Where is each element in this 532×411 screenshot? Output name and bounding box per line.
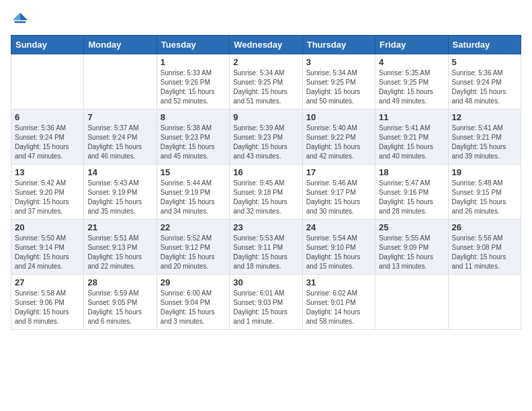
col-sunday: Sunday xyxy=(11,36,84,54)
calendar-cell: 1Sunrise: 5:33 AMSunset: 9:26 PMDaylight… xyxy=(157,54,229,109)
calendar-cell: 23Sunrise: 5:53 AMSunset: 9:11 PMDayligh… xyxy=(230,220,302,275)
calendar-cell: 10Sunrise: 5:40 AMSunset: 9:22 PMDayligh… xyxy=(302,109,375,165)
day-number: 7 xyxy=(87,112,152,122)
day-number: 25 xyxy=(379,222,444,232)
day-info: Sunrise: 5:45 AMSunset: 9:18 PMDaylight:… xyxy=(233,179,298,216)
day-info: Sunrise: 5:47 AMSunset: 9:16 PMDaylight:… xyxy=(379,179,444,216)
day-number: 3 xyxy=(306,57,371,67)
calendar-cell: 6Sunrise: 5:36 AMSunset: 9:24 PMDaylight… xyxy=(11,109,84,165)
calendar-cell: 8Sunrise: 5:38 AMSunset: 9:23 PMDaylight… xyxy=(157,109,229,165)
col-monday: Monday xyxy=(84,36,157,54)
day-info: Sunrise: 5:34 AMSunset: 9:25 PMDaylight:… xyxy=(306,68,371,106)
calendar-cell: 11Sunrise: 5:41 AMSunset: 9:21 PMDayligh… xyxy=(375,109,448,165)
day-info: Sunrise: 6:00 AMSunset: 9:04 PMDaylight:… xyxy=(161,289,226,326)
calendar-cell: 5Sunrise: 5:36 AMSunset: 9:24 PMDaylight… xyxy=(448,54,521,109)
day-info: Sunrise: 6:01 AMSunset: 9:03 PMDaylight:… xyxy=(233,289,298,326)
calendar-cell: 7Sunrise: 5:37 AMSunset: 9:24 PMDaylight… xyxy=(84,109,157,165)
col-thursday: Thursday xyxy=(302,36,375,54)
calendar-cell: 19Sunrise: 5:48 AMSunset: 9:15 PMDayligh… xyxy=(448,165,521,220)
calendar-cell: 13Sunrise: 5:42 AMSunset: 9:20 PMDayligh… xyxy=(11,165,84,220)
calendar-cell xyxy=(84,54,157,109)
calendar-cell: 31Sunrise: 6:02 AMSunset: 9:01 PMDayligh… xyxy=(302,275,375,330)
col-tuesday: Tuesday xyxy=(157,36,229,54)
calendar-cell: 14Sunrise: 5:43 AMSunset: 9:19 PMDayligh… xyxy=(84,165,157,220)
day-info: Sunrise: 5:35 AMSunset: 9:25 PMDaylight:… xyxy=(379,68,444,106)
calendar-cell: 29Sunrise: 6:00 AMSunset: 9:04 PMDayligh… xyxy=(157,275,229,330)
calendar-week-row: 1Sunrise: 5:33 AMSunset: 9:26 PMDaylight… xyxy=(11,54,521,109)
day-number: 15 xyxy=(161,167,226,177)
calendar-cell: 18Sunrise: 5:47 AMSunset: 9:16 PMDayligh… xyxy=(375,165,448,220)
day-number: 11 xyxy=(379,112,444,122)
calendar-week-row: 20Sunrise: 5:50 AMSunset: 9:14 PMDayligh… xyxy=(11,220,521,275)
svg-marker-0 xyxy=(20,13,28,20)
day-number: 4 xyxy=(379,57,444,67)
calendar-table: Sunday Monday Tuesday Wednesday Thursday… xyxy=(11,35,521,330)
day-number: 21 xyxy=(87,222,152,232)
day-info: Sunrise: 6:02 AMSunset: 9:01 PMDaylight:… xyxy=(306,289,371,326)
logo-icon xyxy=(11,11,30,30)
col-saturday: Saturday xyxy=(448,36,521,54)
day-number: 17 xyxy=(306,167,371,177)
day-info: Sunrise: 5:51 AMSunset: 9:13 PMDaylight:… xyxy=(87,234,152,271)
page-header xyxy=(11,11,521,30)
calendar-cell: 3Sunrise: 5:34 AMSunset: 9:25 PMDaylight… xyxy=(302,54,375,109)
calendar-cell: 12Sunrise: 5:41 AMSunset: 9:21 PMDayligh… xyxy=(448,109,521,165)
day-info: Sunrise: 5:41 AMSunset: 9:21 PMDaylight:… xyxy=(379,124,444,161)
day-number: 16 xyxy=(233,167,298,177)
day-info: Sunrise: 5:58 AMSunset: 9:06 PMDaylight:… xyxy=(15,289,80,326)
calendar-cell: 26Sunrise: 5:56 AMSunset: 9:08 PMDayligh… xyxy=(448,220,521,275)
day-number: 2 xyxy=(233,57,298,67)
calendar-header-row: Sunday Monday Tuesday Wednesday Thursday… xyxy=(11,36,521,54)
logo xyxy=(11,11,32,30)
day-info: Sunrise: 5:43 AMSunset: 9:19 PMDaylight:… xyxy=(87,179,152,216)
calendar-cell xyxy=(375,275,448,330)
day-number: 6 xyxy=(15,112,80,122)
calendar-cell: 27Sunrise: 5:58 AMSunset: 9:06 PMDayligh… xyxy=(11,275,84,330)
calendar-cell: 2Sunrise: 5:34 AMSunset: 9:25 PMDaylight… xyxy=(230,54,302,109)
calendar-cell: 21Sunrise: 5:51 AMSunset: 9:13 PMDayligh… xyxy=(84,220,157,275)
day-info: Sunrise: 5:37 AMSunset: 9:24 PMDaylight:… xyxy=(87,124,152,161)
day-number: 24 xyxy=(306,222,371,232)
calendar-cell: 20Sunrise: 5:50 AMSunset: 9:14 PMDayligh… xyxy=(11,220,84,275)
col-wednesday: Wednesday xyxy=(230,36,302,54)
calendar-cell: 22Sunrise: 5:52 AMSunset: 9:12 PMDayligh… xyxy=(157,220,229,275)
day-info: Sunrise: 5:44 AMSunset: 9:19 PMDaylight:… xyxy=(161,179,226,216)
day-info: Sunrise: 5:36 AMSunset: 9:24 PMDaylight:… xyxy=(452,68,517,106)
calendar-cell: 15Sunrise: 5:44 AMSunset: 9:19 PMDayligh… xyxy=(157,165,229,220)
calendar-cell: 9Sunrise: 5:39 AMSunset: 9:23 PMDaylight… xyxy=(230,109,302,165)
calendar-cell xyxy=(11,54,84,109)
day-info: Sunrise: 5:50 AMSunset: 9:14 PMDaylight:… xyxy=(15,234,80,271)
day-info: Sunrise: 5:54 AMSunset: 9:10 PMDaylight:… xyxy=(306,234,371,271)
day-number: 19 xyxy=(452,167,517,177)
calendar-cell: 24Sunrise: 5:54 AMSunset: 9:10 PMDayligh… xyxy=(302,220,375,275)
day-info: Sunrise: 5:55 AMSunset: 9:09 PMDaylight:… xyxy=(379,234,444,271)
day-info: Sunrise: 5:53 AMSunset: 9:11 PMDaylight:… xyxy=(233,234,298,271)
day-info: Sunrise: 5:46 AMSunset: 9:17 PMDaylight:… xyxy=(306,179,371,216)
day-number: 26 xyxy=(452,222,517,232)
calendar-cell: 28Sunrise: 5:59 AMSunset: 9:05 PMDayligh… xyxy=(84,275,157,330)
day-number: 10 xyxy=(306,112,371,122)
day-info: Sunrise: 5:36 AMSunset: 9:24 PMDaylight:… xyxy=(15,124,80,161)
day-number: 14 xyxy=(87,167,152,177)
calendar-week-row: 27Sunrise: 5:58 AMSunset: 9:06 PMDayligh… xyxy=(11,275,521,330)
day-number: 28 xyxy=(87,277,152,287)
day-info: Sunrise: 5:56 AMSunset: 9:08 PMDaylight:… xyxy=(452,234,517,271)
day-info: Sunrise: 5:39 AMSunset: 9:23 PMDaylight:… xyxy=(233,124,298,161)
day-number: 8 xyxy=(161,112,226,122)
calendar-cell: 30Sunrise: 6:01 AMSunset: 9:03 PMDayligh… xyxy=(230,275,302,330)
calendar-cell: 4Sunrise: 5:35 AMSunset: 9:25 PMDaylight… xyxy=(375,54,448,109)
day-number: 9 xyxy=(233,112,298,122)
day-info: Sunrise: 5:48 AMSunset: 9:15 PMDaylight:… xyxy=(452,179,517,216)
day-number: 30 xyxy=(233,277,298,287)
day-info: Sunrise: 5:52 AMSunset: 9:12 PMDaylight:… xyxy=(161,234,226,271)
day-number: 1 xyxy=(161,57,226,67)
svg-marker-1 xyxy=(13,13,20,20)
calendar-cell: 16Sunrise: 5:45 AMSunset: 9:18 PMDayligh… xyxy=(230,165,302,220)
day-number: 18 xyxy=(379,167,444,177)
day-info: Sunrise: 5:40 AMSunset: 9:22 PMDaylight:… xyxy=(306,124,371,161)
day-number: 22 xyxy=(161,222,226,232)
day-number: 12 xyxy=(452,112,517,122)
day-info: Sunrise: 5:33 AMSunset: 9:26 PMDaylight:… xyxy=(161,68,226,106)
calendar-cell: 17Sunrise: 5:46 AMSunset: 9:17 PMDayligh… xyxy=(302,165,375,220)
day-number: 31 xyxy=(306,277,371,287)
